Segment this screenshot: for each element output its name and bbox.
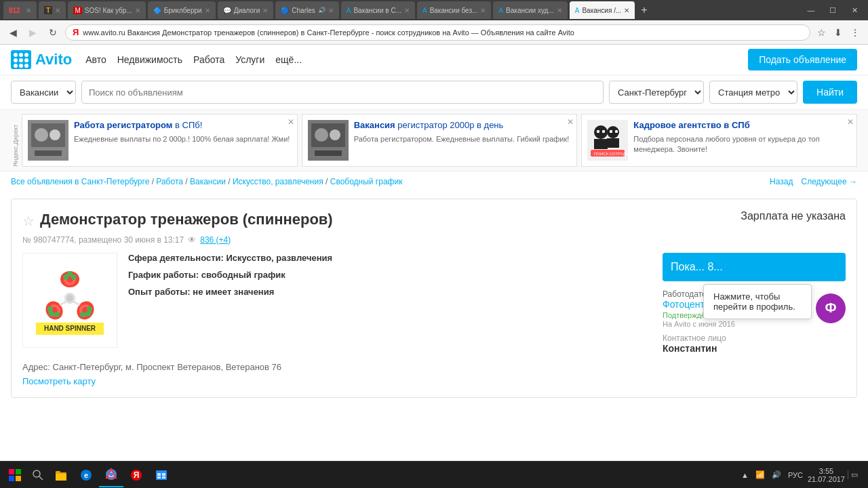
svg-point-56: [66, 295, 73, 302]
tab-vak3[interactable]: A Вакансии худ... ✕: [493, 1, 567, 19]
ad-close-2[interactable]: ✕: [567, 117, 574, 127]
tab-close-icon[interactable]: ✕: [262, 7, 268, 14]
taskbar-edge[interactable]: e: [74, 463, 98, 487]
ad-item-3[interactable]: ✕ ПОИСК СОТРУДНИКОВ: [581, 114, 857, 167]
ad-content-1: Работа регистратором в СПб! Ежедневные в…: [74, 120, 292, 161]
tray-volume-icon[interactable]: 🔊: [770, 470, 783, 479]
nav-bar: ◀ ▶ ↻ Я www.avito.ru Вакансия Демонстрат…: [0, 20, 868, 45]
tab-close-icon[interactable]: ✕: [55, 7, 60, 14]
tab-t[interactable]: T ✕: [39, 1, 66, 19]
taskbar-windows-explorer[interactable]: [149, 463, 174, 487]
tab-label: Бриклберри: [164, 7, 202, 14]
nav-more[interactable]: ещё...: [275, 54, 302, 65]
tray-up-arrow[interactable]: ▲: [739, 471, 751, 479]
breadcrumb-work[interactable]: Работа: [156, 177, 183, 186]
search-button[interactable]: Найти: [803, 81, 857, 104]
tab-vak2[interactable]: A Вакансии без... ✕: [417, 1, 491, 19]
category-select[interactable]: Вакансии: [11, 81, 76, 104]
tab-close-icon[interactable]: ✕: [404, 7, 410, 14]
new-tab-button[interactable]: +: [637, 4, 651, 16]
taskbar-yandex[interactable]: Я: [124, 463, 149, 487]
nav-realty[interactable]: Недвижимость: [117, 54, 182, 65]
taskbar-tray: ▲ 📶 🔊 РУС 3:55 21.07.2017 ▭: [734, 467, 865, 483]
prev-link[interactable]: Назад: [770, 177, 793, 186]
close-button[interactable]: ✕: [844, 1, 865, 19]
tab-close-icon[interactable]: ✕: [328, 7, 334, 14]
tab-sos[interactable]: M SOS! Как убр... ✕: [68, 1, 145, 19]
ad-desc-3: Подбора персонала любого уровня от курье…: [633, 134, 851, 155]
breadcrumb-vacancies[interactable]: Вакансии: [190, 177, 226, 186]
breadcrumb-all[interactable]: Все объявления в Санкт-Петербурге: [11, 177, 149, 186]
svg-point-50: [80, 312, 85, 317]
ad-image-2: [308, 120, 349, 161]
tray-network-icon[interactable]: 📶: [753, 470, 767, 479]
bookmark-icon[interactable]: ☆: [814, 26, 829, 39]
next-link[interactable]: Следующее →: [802, 177, 858, 186]
schedule-value-text: свободный график: [201, 270, 285, 280]
taskbar-chrome[interactable]: [99, 463, 123, 487]
ad-item-1[interactable]: ✕ Работа регистратором в СПб! Ежедневные…: [22, 114, 298, 167]
back-button[interactable]: ◀: [5, 24, 21, 41]
svg-point-51: [85, 311, 91, 317]
taskbar-search-button[interactable]: [27, 464, 49, 486]
forward-button[interactable]: ▶: [25, 24, 41, 41]
start-button[interactable]: [3, 463, 27, 487]
ad-image-3: ПОИСК СОТРУДНИКОВ: [587, 120, 628, 161]
search-input[interactable]: [81, 81, 604, 104]
taskbar-file-explorer[interactable]: [49, 463, 73, 487]
svg-rect-62: [16, 476, 21, 481]
contact-label: Контактное лицо: [663, 333, 846, 343]
avito-logo[interactable]: Avito: [11, 50, 72, 69]
nav-services[interactable]: Услуги: [235, 54, 264, 65]
map-button[interactable]: Посмотреть карту: [22, 376, 96, 386]
settings-icon[interactable]: ⋮: [848, 26, 863, 39]
tab-close-icon[interactable]: ✕: [205, 7, 210, 14]
favorite-star-icon[interactable]: ☆: [22, 213, 35, 229]
tab-charles[interactable]: 🔵 Charles 🔊 ✕: [275, 1, 338, 19]
ad-close-3[interactable]: ✕: [847, 117, 854, 127]
avatar-circle[interactable]: Ф: [816, 293, 846, 323]
address-bar[interactable]: Я www.avito.ru Вакансия Демонстратор тре…: [65, 24, 810, 41]
download-icon[interactable]: ⬇: [831, 26, 845, 39]
tab-close-icon[interactable]: ✕: [480, 7, 486, 14]
submit-ad-button[interactable]: Подать объявление: [748, 49, 857, 70]
ad-item-2[interactable]: ✕ Вакансия регистратор 2000р в день Рабо…: [302, 114, 578, 167]
minimize-button[interactable]: —: [801, 1, 821, 19]
tab-dialogi[interactable]: 💬 Диалоги ✕: [218, 1, 274, 19]
tab-vak4-active[interactable]: A Вакансия /... ✕: [570, 1, 635, 19]
tab-label: Диалоги: [234, 7, 260, 14]
tab-label: Вакансия /...: [582, 7, 621, 14]
refresh-button[interactable]: ↻: [45, 24, 61, 41]
metro-select[interactable]: Станция метро: [709, 81, 797, 104]
svg-point-44: [54, 312, 60, 317]
svg-rect-78: [157, 476, 161, 479]
breadcrumb-schedule[interactable]: Свободный график: [330, 177, 403, 186]
svg-rect-76: [157, 473, 161, 476]
tab-brikl[interactable]: 🔷 Бриклберри ✕: [148, 1, 216, 19]
tab-vak1[interactable]: A Вакансии в С... ✕: [341, 1, 415, 19]
ad-content-2: Вакансия регистратор 2000р в день Работа…: [354, 120, 572, 161]
show-desktop-button[interactable]: ▭: [848, 470, 860, 479]
tray-lang[interactable]: РУС: [786, 471, 805, 479]
breadcrumb-arts[interactable]: Искусство, развлечения: [233, 177, 323, 186]
city-select[interactable]: Санкт-Петербург: [609, 81, 704, 104]
nav-work[interactable]: Работа: [193, 54, 224, 65]
ad-close-1[interactable]: ✕: [288, 117, 294, 127]
tab-close-icon[interactable]: ✕: [624, 7, 629, 14]
svg-rect-28: [615, 130, 618, 133]
svg-point-5: [19, 58, 23, 62]
tab-close-icon[interactable]: ✕: [135, 7, 140, 14]
nav-auto[interactable]: Авто: [85, 54, 106, 65]
vacancy-salary: Зарплата не указана: [741, 210, 846, 222]
ad-desc-2: Работа регистратором. Ежедневные выплаты…: [354, 134, 572, 144]
views-link[interactable]: 836 (+4): [200, 235, 231, 245]
tab-812[interactable]: 812 ✕: [3, 1, 37, 19]
tab-close-icon[interactable]: ✕: [26, 7, 31, 14]
maximize-button[interactable]: ☐: [823, 1, 843, 19]
svg-rect-60: [16, 469, 21, 474]
tab-close-icon[interactable]: ✕: [557, 7, 562, 14]
tab-icon: A: [422, 7, 427, 14]
clock[interactable]: 3:55 21.07.2017: [808, 467, 845, 483]
show-phone-button[interactable]: Пока... 8...: [663, 253, 846, 281]
svg-point-13: [50, 129, 60, 140]
